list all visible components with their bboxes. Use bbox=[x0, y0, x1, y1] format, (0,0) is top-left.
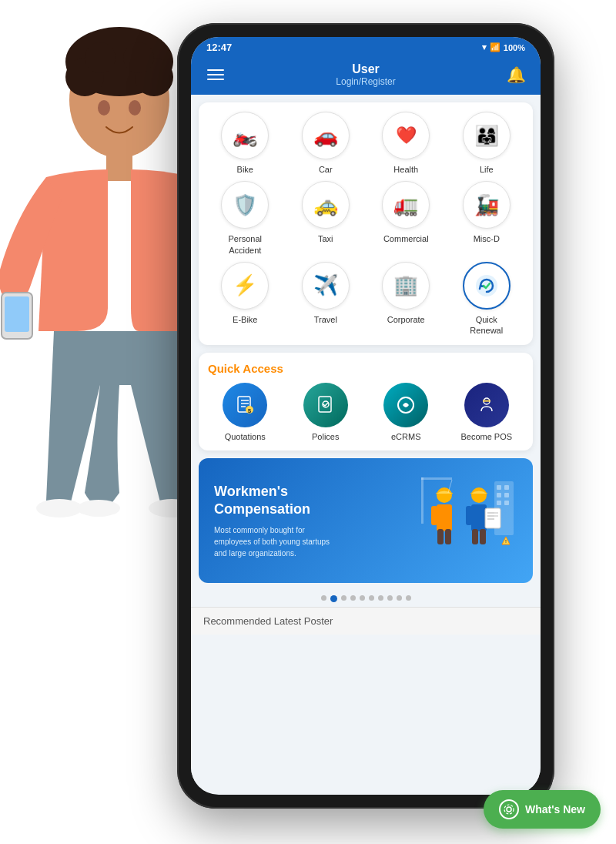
car-icon-circle: 🚗 bbox=[302, 112, 350, 159]
svg-point-48 bbox=[98, 100, 110, 116]
insurance-section: 🏍️ Bike 🚗 Car ❤️ Health bbox=[199, 102, 533, 345]
corporate-icon-circle: 🏢 bbox=[382, 262, 430, 310]
commercial-icon-circle: 🚛 bbox=[382, 181, 430, 229]
recommended-label: Recommended Latest Poster bbox=[203, 615, 333, 627]
dot-5[interactable] bbox=[369, 595, 374, 601]
banner-dots bbox=[191, 591, 541, 607]
insurance-item-life[interactable]: 👨‍👩‍👧 Life bbox=[450, 112, 524, 175]
insurance-item-travel[interactable]: ✈️ Travel bbox=[289, 262, 363, 337]
workers-illustration: ! bbox=[417, 474, 517, 558]
travel-label: Travel bbox=[314, 314, 337, 325]
bike-label: Bike bbox=[237, 164, 253, 175]
polices-label: Polices bbox=[312, 432, 339, 441]
svg-point-49 bbox=[129, 100, 141, 116]
svg-rect-34 bbox=[504, 501, 509, 505]
become-pos-icon bbox=[464, 383, 509, 427]
phone-mockup: 12:47 ▾ 📶 100% User Login/Register bbox=[177, 23, 554, 809]
insurance-item-corporate[interactable]: 🏢 Corporate bbox=[369, 262, 444, 337]
svg-rect-30 bbox=[504, 485, 509, 490]
health-label: Health bbox=[393, 164, 418, 175]
misc-d-label: Misc-D bbox=[474, 233, 500, 244]
travel-icon-circle: ✈️ bbox=[302, 262, 350, 310]
screen-content[interactable]: 🏍️ Bike 🚗 Car ❤️ Health bbox=[191, 95, 541, 792]
quick-item-ecrms[interactable]: eCRMS bbox=[369, 383, 444, 441]
banner-illustration: ! bbox=[417, 474, 517, 568]
insurance-item-e-bike[interactable]: ⚡ E-Bike bbox=[208, 262, 283, 337]
svg-rect-50 bbox=[106, 150, 132, 181]
insurance-item-misc-d[interactable]: 🚂 Misc-D bbox=[450, 181, 524, 256]
status-bar: 12:47 ▾ 📶 100% bbox=[191, 37, 541, 58]
bell-icon-symbol: 🔔 bbox=[507, 65, 526, 84]
svg-rect-32 bbox=[504, 493, 509, 497]
dot-1[interactable] bbox=[330, 595, 337, 602]
ecrms-icon bbox=[383, 383, 428, 427]
whats-new-icon bbox=[499, 799, 519, 819]
phone-screen: 12:47 ▾ 📶 100% User Login/Register bbox=[191, 37, 541, 795]
svg-rect-23 bbox=[480, 529, 486, 544]
dot-8[interactable] bbox=[397, 595, 402, 601]
svg-rect-20 bbox=[466, 506, 472, 525]
menu-line-2 bbox=[207, 74, 224, 75]
insurance-item-health[interactable]: ❤️ Health bbox=[369, 112, 444, 175]
insurance-item-quick-renewal[interactable]: QuickRenewal bbox=[450, 262, 524, 337]
quick-item-quotations[interactable]: $ Quotations bbox=[208, 383, 283, 441]
svg-rect-35 bbox=[421, 477, 424, 524]
svg-rect-31 bbox=[497, 493, 501, 497]
wifi-icon: ▾ bbox=[482, 42, 487, 52]
dot-6[interactable] bbox=[378, 595, 383, 601]
dot-7[interactable] bbox=[387, 595, 393, 601]
insurance-item-commercial[interactable]: 🚛 Commercial bbox=[369, 181, 444, 256]
dot-4[interactable] bbox=[360, 595, 365, 601]
dot-2[interactable] bbox=[341, 595, 346, 601]
ecrms-label: eCRMS bbox=[391, 432, 421, 441]
insurance-item-personal-accident[interactable]: 🛡️ PersonalAccident bbox=[208, 181, 283, 256]
quick-renewal-label: QuickRenewal bbox=[470, 314, 503, 337]
svg-rect-11 bbox=[483, 400, 490, 402]
bike-icon-circle: 🏍️ bbox=[221, 112, 269, 159]
commercial-label: Commercial bbox=[383, 233, 429, 244]
car-label: Car bbox=[319, 164, 333, 175]
ecrms-svg bbox=[395, 394, 417, 416]
whats-new-label: What's New bbox=[525, 803, 585, 816]
insurance-grid: 🏍️ Bike 🚗 Car ❤️ Health bbox=[208, 112, 524, 336]
menu-line-1 bbox=[207, 69, 224, 71]
svg-rect-22 bbox=[472, 529, 478, 544]
polices-icon bbox=[303, 383, 348, 427]
dot-3[interactable] bbox=[350, 595, 356, 601]
polices-svg bbox=[315, 394, 336, 416]
banner-description: Most commonly bought for employees of bo… bbox=[214, 524, 337, 559]
insurance-item-bike[interactable]: 🏍️ Bike bbox=[208, 112, 283, 175]
svg-point-40 bbox=[507, 807, 511, 812]
svg-rect-14 bbox=[431, 506, 437, 525]
quick-access-title: Quick Access bbox=[208, 362, 524, 375]
quotations-icon: $ bbox=[223, 383, 267, 427]
signal-icon: 📶 bbox=[490, 42, 500, 52]
svg-rect-36 bbox=[421, 477, 452, 480]
svg-rect-33 bbox=[497, 501, 501, 505]
promotional-banner[interactable]: Workmen'sCompensation Most commonly boug… bbox=[199, 458, 533, 583]
svg-text:$: $ bbox=[248, 407, 252, 414]
insurance-item-car[interactable]: 🚗 Car bbox=[289, 112, 363, 175]
quick-item-become-pos[interactable]: Become POS bbox=[450, 383, 524, 441]
status-icons: ▾ 📶 100% bbox=[482, 42, 525, 52]
corporate-label: Corporate bbox=[387, 314, 425, 325]
personal-accident-label: PersonalAccident bbox=[229, 233, 262, 256]
dot-0[interactable] bbox=[321, 595, 326, 601]
e-bike-icon-circle: ⚡ bbox=[221, 262, 269, 310]
header-center: User Login/Register bbox=[228, 62, 504, 87]
quick-item-polices[interactable]: Polices bbox=[289, 383, 363, 441]
header-title: User bbox=[228, 62, 504, 76]
phone-outer: 12:47 ▾ 📶 100% User Login/Register bbox=[177, 23, 554, 809]
header-subtitle[interactable]: Login/Register bbox=[228, 76, 504, 87]
dot-9[interactable] bbox=[406, 595, 411, 601]
notification-button[interactable]: 🔔 bbox=[504, 62, 528, 87]
insurance-item-taxi[interactable]: 🚕 Taxi bbox=[289, 181, 363, 256]
health-icon-circle: ❤️ bbox=[382, 112, 430, 159]
quick-access-section: Quick Access $ bbox=[199, 353, 533, 450]
quick-renewal-icon-circle bbox=[463, 262, 511, 310]
banner-title: Workmen'sCompensation bbox=[214, 483, 337, 519]
svg-point-41 bbox=[504, 805, 514, 814]
menu-button[interactable] bbox=[203, 62, 228, 87]
svg-point-18 bbox=[471, 487, 487, 503]
whats-new-button[interactable]: What's New bbox=[484, 790, 601, 829]
